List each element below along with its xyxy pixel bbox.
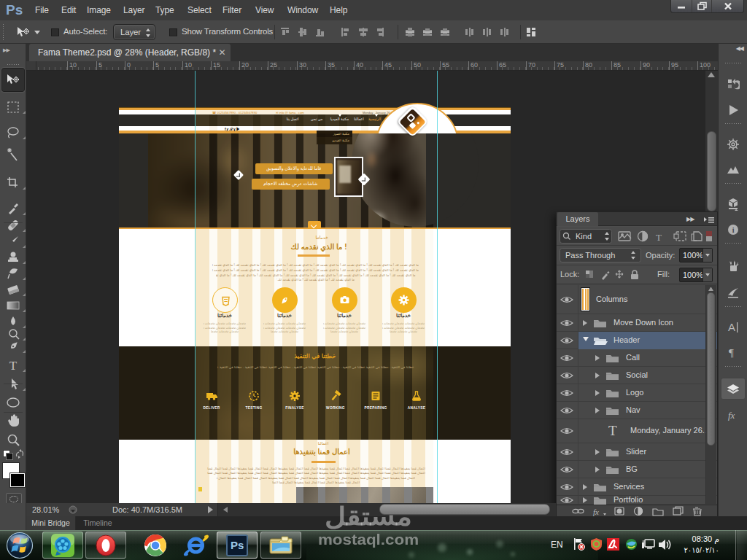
svg-text:fx: fx xyxy=(728,410,735,421)
svg-text:T: T xyxy=(656,232,662,243)
svg-text:i: i xyxy=(732,226,735,234)
svg-text:Kind: Kind xyxy=(576,232,592,241)
svg-text:A: A xyxy=(728,321,735,333)
svg-text:¶: ¶ xyxy=(729,347,734,359)
svg-text:T: T xyxy=(9,359,18,373)
svg-text:Pass Through: Pass Through xyxy=(565,251,615,260)
svg-text:fx: fx xyxy=(593,508,599,516)
